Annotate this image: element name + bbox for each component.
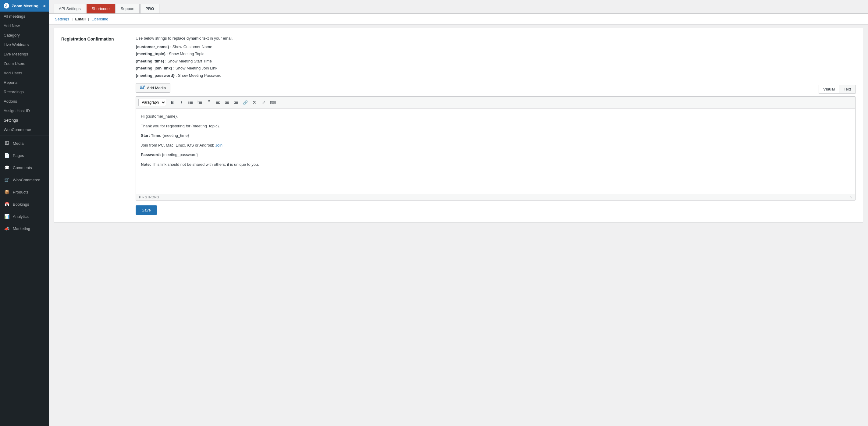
sidebar-item-analytics[interactable]: 📊 Analytics	[0, 210, 49, 222]
editor-toolbar: Paragraph B I 1.2.3. "	[136, 97, 855, 109]
toolbar-blockquote[interactable]: "	[205, 98, 213, 106]
app-logo: Z Zoom Meeting ◀	[0, 0, 49, 11]
sidebar-item-addons[interactable]: Addons	[0, 97, 49, 106]
sidebar-item-live-meetings[interactable]: Live Meetings	[0, 49, 49, 59]
svg-point-9	[188, 101, 189, 101]
sidebar-item-bookings[interactable]: 📅 Bookings	[0, 198, 49, 210]
sidebar-item-pages[interactable]: 📄 Pages	[0, 149, 49, 161]
category-label: Category	[4, 33, 20, 37]
editor-body[interactable]: Hi {customer_name}, Thank you for regist…	[136, 109, 855, 194]
toolbar-align-left[interactable]	[214, 98, 222, 106]
reports-label: Reports	[4, 80, 18, 85]
sidebar-item-media[interactable]: 🖼 Media	[0, 137, 49, 149]
toolbar-ul[interactable]	[186, 98, 195, 106]
editor-line-thankyou: Thank you for registering for {meeting_t…	[141, 123, 850, 129]
collapse-icon[interactable]: ◀	[43, 4, 45, 8]
media-label: Media	[13, 141, 24, 146]
bookings-label: Bookings	[13, 202, 29, 207]
sub-nav: Settings | Email | Licensing	[49, 14, 868, 25]
sidebar-item-assign-host-id[interactable]: Assign Host ID	[0, 106, 49, 116]
toolbar-link[interactable]: 🔗	[241, 98, 250, 106]
toolbar-italic[interactable]: I	[177, 98, 186, 106]
var-meeting-password: {meeting_password} : Show Meeting Passwo…	[135, 72, 856, 79]
add-media-icon	[140, 85, 145, 91]
marketing-label: Marketing	[13, 226, 30, 231]
sidebar-item-marketing[interactable]: 📣 Marketing	[0, 222, 49, 235]
woocommerce-label: WooCommerce	[4, 127, 31, 132]
sidebar-item-woocommerce-section[interactable]: 🛒 WooCommerce	[0, 174, 49, 186]
comments-label: Comments	[13, 165, 32, 170]
live-meetings-label: Live Meetings	[4, 52, 28, 56]
sidebar-item-add-users[interactable]: Add Users	[0, 68, 49, 78]
editor-line-password: Password: {meeting_password}	[141, 152, 850, 158]
sidebar-item-settings[interactable]: Settings	[0, 116, 49, 125]
toolbar-unlink[interactable]	[250, 98, 259, 106]
sidebar-item-comments[interactable]: 💬 Comments	[0, 161, 49, 174]
sidebar-item-category[interactable]: Category	[0, 30, 49, 40]
section-label: Registration Confirmation	[61, 35, 128, 215]
sidebar-item-add-new[interactable]: Add New	[0, 21, 49, 30]
svg-text:Z: Z	[5, 4, 7, 8]
tab-pro[interactable]: PRO	[140, 4, 159, 13]
sidebar-item-woocommerce[interactable]: WooCommerce	[0, 125, 49, 134]
add-media-button[interactable]: Add Media	[135, 83, 170, 93]
top-tabs: API Settings Shortcode Support PRO	[49, 0, 868, 14]
editor-line-starttime: Start Time: {meeting_time}	[141, 132, 850, 139]
sub-nav-licensing[interactable]: Licensing	[91, 17, 108, 21]
visual-toggle-button[interactable]: Visual	[818, 85, 839, 94]
woocommerce-section-label: WooCommerce	[13, 178, 40, 182]
tab-shortcode[interactable]: Shortcode	[87, 4, 115, 13]
join-link[interactable]: Join	[215, 143, 222, 148]
pages-icon: 📄	[4, 152, 10, 158]
svg-line-27	[253, 101, 256, 103]
sidebar-item-live-webinars[interactable]: Live Webinars	[0, 40, 49, 49]
products-icon: 📦	[4, 189, 10, 195]
var-meeting-topic: {meeting_topic} : Show Meeting Topic	[135, 51, 856, 57]
toolbar-bold[interactable]: B	[168, 98, 177, 106]
recordings-label: Recordings	[4, 90, 24, 94]
editor-path: P » STRONG	[139, 195, 159, 199]
all-meetings-label: All meetings	[4, 14, 25, 19]
analytics-icon: 📊	[4, 213, 10, 219]
editor-wrapper: Paragraph B I 1.2.3. "	[135, 96, 856, 201]
analytics-label: Analytics	[13, 214, 29, 219]
text-toggle-button[interactable]: Text	[839, 85, 856, 94]
sub-nav-separator-2: |	[88, 17, 89, 21]
toolbar-keyboard[interactable]: ⌨	[269, 98, 277, 106]
svg-point-11	[188, 103, 189, 104]
sidebar-nav: All meetings Add New Category Live Webin…	[0, 11, 49, 134]
save-button[interactable]: Save	[135, 205, 157, 215]
sidebar: Z Zoom Meeting ◀ All meetings Add New Ca…	[0, 0, 49, 426]
editor-line-greeting: Hi {customer_name},	[141, 113, 850, 119]
editor-line-note: Note: This link should not be shared wit…	[141, 161, 850, 168]
products-label: Products	[13, 190, 28, 194]
sidebar-item-zoom-users[interactable]: Zoom Users	[0, 59, 49, 68]
zoom-users-label: Zoom Users	[4, 61, 25, 66]
sub-nav-settings[interactable]: Settings	[55, 17, 69, 21]
toolbar-align-center[interactable]	[223, 98, 231, 106]
live-webinars-label: Live Webinars	[4, 42, 29, 47]
sidebar-item-all-meetings[interactable]: All meetings	[0, 11, 49, 21]
sub-nav-separator-1: |	[72, 17, 72, 21]
sub-nav-email: Email	[75, 17, 86, 21]
toolbar-fullscreen[interactable]: ⤢	[259, 98, 268, 106]
sidebar-item-recordings[interactable]: Recordings	[0, 87, 49, 97]
sidebar-item-products[interactable]: 📦 Products	[0, 186, 49, 198]
tab-support[interactable]: Support	[116, 4, 140, 13]
var-meeting-join-link: {meeting_join_link} : Show Meeting Join …	[135, 65, 856, 71]
tab-api-settings[interactable]: API Settings	[54, 4, 86, 13]
editor-toggle: Visual Text	[818, 85, 856, 94]
add-users-label: Add Users	[4, 71, 22, 75]
toolbar-align-right[interactable]	[232, 98, 241, 106]
add-new-label: Add New	[4, 24, 20, 28]
section-content: Use below strings to replace dynamic tex…	[135, 35, 856, 215]
svg-text:3.: 3.	[197, 103, 199, 104]
assign-host-id-label: Assign Host ID	[4, 109, 30, 113]
paragraph-select[interactable]: Paragraph	[138, 99, 166, 106]
add-media-label: Add Media	[147, 86, 166, 90]
resize-handle[interactable]: ⤡	[850, 195, 852, 199]
section-row: Registration Confirmation Use below stri…	[61, 35, 856, 215]
sidebar-item-reports[interactable]: Reports	[0, 78, 49, 87]
placeholder-variables: {customer_name} : Show Customer Name {me…	[135, 44, 856, 79]
toolbar-ol[interactable]: 1.2.3.	[195, 98, 204, 106]
